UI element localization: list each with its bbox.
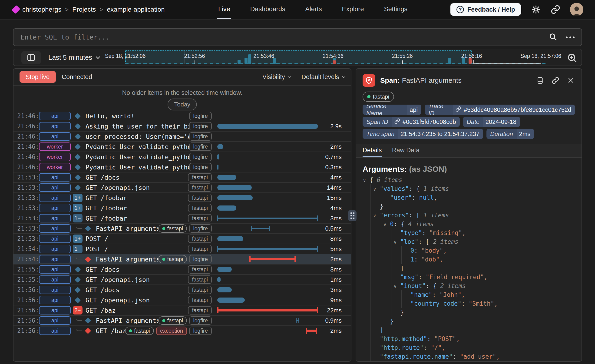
timeline-histogram[interactable]: Sep 18, 21:52:0621:52:5621:53:4621:54:36… [14,49,581,65]
copy-link-icon[interactable] [551,76,560,85]
service-badge-api[interactable]: api [39,183,71,192]
trace-row[interactable]: 21:55:58 api GET /docs fastapi 3ms [14,264,351,275]
visibility-dropdown[interactable]: Visibility [262,73,291,81]
timeline-selection[interactable] [125,50,472,64]
tag-fastapi[interactable]: fastapi [188,194,212,202]
expand-toggle[interactable]: 1− [73,214,83,222]
trace-row[interactable]: 21:53:28 api GET /openapi.json fastapi 1… [14,183,351,193]
service-badge-api[interactable]: api [39,327,71,335]
default-levels-dropdown[interactable]: Default levels [301,73,345,81]
tag-logfire[interactable]: logfire [189,112,212,120]
collapse-toggle-icon[interactable]: ∨ [373,185,380,194]
tag-logfire[interactable]: logfire [189,153,212,161]
drawer-view-icon[interactable] [536,76,544,85]
tag-fastapi[interactable]: fastapi [188,275,212,284]
trace-row[interactable]: 21:56:13 api 2− GET /baz fastapi 22ms [14,305,351,316]
fastapi-tag-pill[interactable]: fastapi [363,92,394,102]
tag-fastapi[interactable]: fastapi [188,245,212,253]
nav-tab-explore[interactable]: Explore [341,0,365,19]
service-badge-api[interactable]: api [39,173,71,182]
trace-row[interactable]: 21:55:58 api GET /openapi.json fastapi 1… [14,275,351,285]
service-badge-api[interactable]: api [39,286,71,294]
trace-row[interactable]: 21:54:37 api FastAPI arguments fastapilo… [14,254,351,264]
service-badge-worker[interactable]: worker [39,153,71,161]
collapse-toggle-icon[interactable]: ∨ [394,282,400,291]
trace-row[interactable]: 21:56:09 api GET /openapi.json fastapi 9… [14,295,351,305]
collapse-toggle-icon[interactable]: ∨ [383,220,390,229]
breadcrumb-account[interactable]: christophergs [22,6,61,13]
logfire-logo-icon[interactable] [11,5,20,14]
service-badge-api[interactable]: api [39,296,71,304]
trace-row[interactable]: 21:56:13 api GET /baz (fo fastapiexcepti… [14,326,351,336]
tag-fastapi[interactable]: fastapi [125,327,154,335]
trace-row[interactable]: 21:46:55 worker Pydantic User validate_p… [14,142,351,152]
service-badge-api[interactable]: api [39,112,71,120]
zoom-in-icon[interactable] [567,52,577,64]
expand-toggle[interactable]: 1+ [73,235,83,243]
trace-row[interactable]: 21:53:35 api 1− GET /foobar fastapi 3ms [14,213,351,224]
theme-toggle-icon[interactable] [531,4,541,15]
stop-live-button[interactable]: Stop live [20,71,56,83]
link-icon[interactable] [394,118,400,126]
expand-toggle[interactable]: 1− [73,245,83,253]
trace-row[interactable]: 21:56:09 api GET /docs fastapi 3ms [14,285,351,295]
panel-resize-handle[interactable] [348,210,356,221]
tag-logfire[interactable]: logfire [189,143,212,151]
tag-logfire[interactable]: logfire [189,224,212,233]
more-options-icon[interactable] [566,36,574,38]
close-icon[interactable] [567,76,575,85]
service-badge-worker[interactable]: worker [39,143,71,151]
tag-logfire[interactable]: logfire [189,327,212,335]
tag-fastapi[interactable]: fastapi [188,173,212,182]
tag-fastapi[interactable]: fastapi [188,214,212,222]
tag-fastapi[interactable]: fastapi [188,235,212,243]
tag-fastapi[interactable]: fastapi [188,296,212,304]
trace-row[interactable]: 21:46:33 api user processed: User(name='… [14,132,351,142]
feedback-help-button[interactable]: ? Feedback / Help [450,3,522,16]
tag-logfire[interactable]: logfire [189,132,212,141]
breadcrumb-project[interactable]: example-application [107,6,165,13]
tag-fastapi[interactable]: fastapi [188,204,212,212]
service-badge-api[interactable]: api [39,316,71,325]
service-badge-api[interactable]: api [39,245,71,253]
trace-row[interactable]: 21:46:19 api Asking the user for their b… [14,121,351,132]
nav-tab-dashboards[interactable]: Dashboards [249,0,286,19]
detail-tab-details[interactable]: Details [363,144,382,157]
search-icon[interactable] [549,33,557,42]
service-badge-api[interactable]: api [39,204,71,212]
service-badge-api[interactable]: api [39,122,71,130]
today-button[interactable]: Today [168,99,197,110]
service-badge-api[interactable]: api [39,132,71,141]
trace-row[interactable]: 21:56:13 api FastAPI arguments fastapilo… [14,316,351,326]
service-badge-api[interactable]: api [39,255,71,263]
expand-toggle[interactable]: 1+ [73,204,83,212]
nav-tab-live[interactable]: Live [217,0,231,19]
trace-row[interactable]: 21:53:56 api 1+ POST / fastapi 8ms [14,234,351,244]
tag-fastapi[interactable]: fastapi [158,224,187,233]
tag-exception[interactable]: exception [156,327,187,335]
service-badge-api[interactable]: api [39,224,71,233]
tag-logfire[interactable]: logfire [189,122,212,130]
trace-row[interactable]: 21:53:35 api FastAPI arguments fastapilo… [14,224,351,234]
service-badge-api[interactable]: api [39,265,71,274]
trace-row[interactable]: 21:53:28 api GET /docs fastapi 4ms [14,172,351,183]
collapse-toggle-icon[interactable]: ∨ [373,211,380,220]
collapse-toggle-icon[interactable]: ∨ [363,176,369,185]
tag-logfire[interactable]: logfire [189,255,212,263]
sql-filter-input[interactable] [21,33,549,41]
tag-fastapi[interactable]: fastapi [158,255,187,263]
service-badge-worker[interactable]: worker [39,163,71,171]
service-badge-api[interactable]: api [39,214,71,222]
tag-fastapi[interactable]: fastapi [188,306,212,314]
share-link-icon[interactable] [550,4,561,15]
service-badge-api[interactable]: api [39,194,71,202]
collapse-toggle-icon[interactable]: ∨ [394,238,400,247]
service-badge-api[interactable]: api [39,306,71,314]
breadcrumb-projects[interactable]: Projects [72,6,96,13]
tag-fastapi[interactable]: fastapi [188,286,212,294]
trace-row[interactable]: 21:46:19 api Hello, world! logfire [14,111,351,121]
expand-toggle[interactable]: 1+ [73,194,83,202]
trace-row[interactable]: 21:46:55 worker Pydantic User validate_p… [14,152,351,162]
nav-tab-settings[interactable]: Settings [383,0,408,19]
link-icon[interactable] [455,106,461,114]
